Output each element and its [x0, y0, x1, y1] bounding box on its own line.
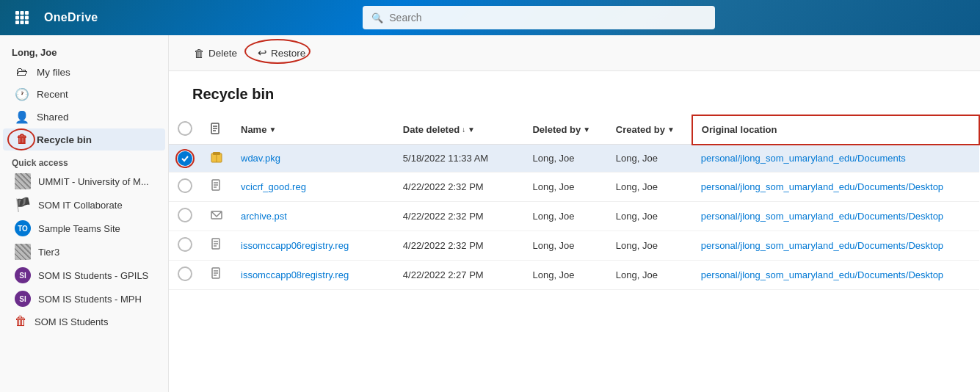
sidebar-item-label: Recent: [37, 89, 68, 100]
table-row[interactable]: archive.pst 4/22/2022 2:32 PM Long, Joe …: [169, 202, 979, 231]
sidebar-item-som-it-collaborate[interactable]: 🏴 SOM IT Collaborate: [3, 193, 165, 217]
col-header-file-type-icon: [201, 115, 232, 145]
sidebar-collab-label: SOM IS Students - GPILS: [38, 270, 148, 281]
row-cell-original-location: personal/jlong_som_umaryland_edu/Documen…: [692, 261, 979, 290]
col-header-original-location[interactable]: Original location: [692, 115, 979, 145]
flag-icon: 🏴: [15, 197, 31, 213]
sidebar-item-label: Recycle bin: [37, 134, 92, 145]
file-name-link[interactable]: issomccapp06registry.reg: [241, 240, 349, 251]
row-cell-name[interactable]: issomccapp06registry.reg: [232, 231, 394, 261]
row-checkbox[interactable]: [178, 178, 192, 193]
row-cell-name[interactable]: wdav.pkg: [232, 145, 394, 173]
sidebar-item-my-files[interactable]: 🗁 My files: [3, 61, 165, 83]
restore-button-wrapper: ↩ Restore: [250, 43, 313, 63]
row-cell-created-by: Long, Joe: [607, 145, 692, 173]
row-cell-deleted-by: Long, Joe: [523, 261, 606, 290]
sidebar-item-som-is-mph[interactable]: SI SOM IS Students - MPH: [3, 287, 165, 311]
row-cell-deleted-by: Long, Joe: [523, 173, 606, 202]
table-row[interactable]: issomccapp08registry.reg 4/22/2022 2:27 …: [169, 261, 979, 290]
sidebar-item-tier3[interactable]: Tier3: [3, 240, 165, 264]
svg-rect-2: [25, 11, 29, 15]
row-cell-original-location: personal/jlong_som_umaryland_edu/Documen…: [692, 202, 979, 231]
delete-icon: 🗑: [194, 47, 205, 59]
sidebar-item-label: Shared: [37, 112, 69, 123]
row-cell-checkbox[interactable]: [169, 145, 201, 173]
row-cell-checkbox[interactable]: [169, 231, 201, 261]
svg-rect-7: [21, 21, 24, 24]
sidebar-collab-label: Tier3: [38, 247, 59, 258]
table-row[interactable]: wdav.pkg 5/18/2022 11:33 AM Long, Joe Lo…: [169, 145, 979, 173]
row-cell-date-deleted: 5/18/2022 11:33 AM: [394, 145, 524, 173]
file-name-link[interactable]: issomccapp08registry.reg: [241, 269, 349, 280]
search-input[interactable]: [389, 12, 706, 23]
sidebar: Long, Joe 🗁 My files 🕐 Recent 👤 Shared 🗑…: [0, 35, 169, 392]
row-cell-checkbox[interactable]: [169, 261, 201, 290]
select-all-checkbox[interactable]: [178, 121, 192, 136]
sidebar-item-som-is-gpils[interactable]: SI SOM IS Students - GPILS: [3, 264, 165, 287]
recycle-bin-icon: 🗑: [15, 133, 29, 146]
col-header-deleted-by[interactable]: Deleted by ▼: [523, 115, 606, 145]
row-cell-icon: [201, 202, 232, 231]
row-cell-checkbox[interactable]: [169, 202, 201, 231]
sidebar-collab-label: SOM IT Collaborate: [38, 200, 123, 211]
row-cell-icon: [201, 231, 232, 261]
row-cell-checkbox[interactable]: [169, 173, 201, 202]
sidebar-item-sample-teams[interactable]: TO Sample Teams Site: [3, 217, 165, 240]
svg-rect-5: [25, 16, 29, 20]
delete-button[interactable]: 🗑 Delete: [186, 43, 244, 63]
row-cell-created-by: Long, Joe: [607, 173, 692, 202]
app-logo: OneDrive: [44, 11, 98, 24]
sidebar-collab-label: SOM IS Students - MPH: [38, 294, 142, 305]
file-name-link[interactable]: vcicrf_good.reg: [241, 181, 306, 192]
row-checkbox[interactable]: [178, 237, 192, 252]
svg-rect-3: [15, 16, 19, 20]
tier3-avatar: [15, 244, 31, 260]
row-cell-created-by: Long, Joe: [607, 261, 692, 290]
col-header-checkbox[interactable]: [169, 115, 201, 145]
svg-rect-14: [213, 152, 220, 155]
table-header-row: Name ▼ Date deleted ↓ ▼: [169, 115, 979, 145]
sidebar-item-som-is-students[interactable]: 🗑 SOM IS Students: [3, 311, 165, 333]
folder-icon: 🗁: [15, 65, 29, 79]
svg-rect-1: [21, 11, 24, 15]
restore-button[interactable]: ↩ Restore: [250, 43, 313, 63]
row-cell-name[interactable]: issomccapp08registry.reg: [232, 261, 394, 290]
row-cell-created-by: Long, Joe: [607, 231, 692, 261]
file-name-link[interactable]: archive.pst: [241, 211, 287, 222]
row-checkbox[interactable]: [178, 208, 192, 222]
file-name-link[interactable]: wdav.pkg: [241, 153, 280, 164]
topbar: OneDrive 🔍: [0, 0, 980, 35]
ummit-avatar: [15, 173, 31, 189]
row-cell-date-deleted: 4/22/2022 2:32 PM: [394, 231, 524, 261]
svg-rect-6: [15, 21, 19, 24]
sidebar-item-recycle-bin[interactable]: 🗑 Recycle bin: [3, 128, 165, 150]
sidebar-user: Long, Joe: [0, 41, 168, 61]
row-cell-icon: [201, 261, 232, 290]
row-cell-original-location: personal/jlong_som_umaryland_edu/Documen…: [692, 173, 979, 202]
waffle-menu-button[interactable]: [12, 7, 32, 28]
file-area: Recycle bin: [169, 71, 980, 392]
table-row[interactable]: vcicrf_good.reg 4/22/2022 2:32 PM Long, …: [169, 173, 979, 202]
som-is-mph-avatar: SI: [15, 291, 31, 307]
sidebar-item-recent[interactable]: 🕐 Recent: [3, 83, 165, 106]
row-cell-icon: [201, 173, 232, 202]
row-cell-created-by: Long, Joe: [607, 202, 692, 231]
restore-icon: ↩: [258, 46, 267, 59]
col-header-date-deleted[interactable]: Date deleted ↓ ▼: [394, 115, 524, 145]
recent-icon: 🕐: [15, 87, 29, 101]
trash-icon: 🗑: [15, 314, 27, 329]
col-header-created-by[interactable]: Created by ▼: [607, 115, 692, 145]
som-is-gpils-avatar: SI: [15, 267, 31, 283]
row-cell-name[interactable]: archive.pst: [232, 202, 394, 231]
row-cell-deleted-by: Long, Joe: [523, 231, 606, 261]
row-checkbox[interactable]: [178, 151, 192, 166]
row-checkbox[interactable]: [178, 266, 192, 281]
content-area: 🗑 Delete ↩ Restore Recycle bin: [169, 35, 980, 392]
sidebar-item-ummit[interactable]: UMMIT - University of M...: [3, 170, 165, 193]
sidebar-item-shared[interactable]: 👤 Shared: [3, 106, 165, 128]
row-cell-original-location: personal/jlong_som_umaryland_edu/Documen…: [692, 231, 979, 261]
col-header-name[interactable]: Name ▼: [232, 115, 394, 145]
row-cell-name[interactable]: vcicrf_good.reg: [232, 173, 394, 202]
table-row[interactable]: issomccapp06registry.reg 4/22/2022 2:32 …: [169, 231, 979, 261]
search-bar[interactable]: 🔍: [363, 6, 715, 29]
